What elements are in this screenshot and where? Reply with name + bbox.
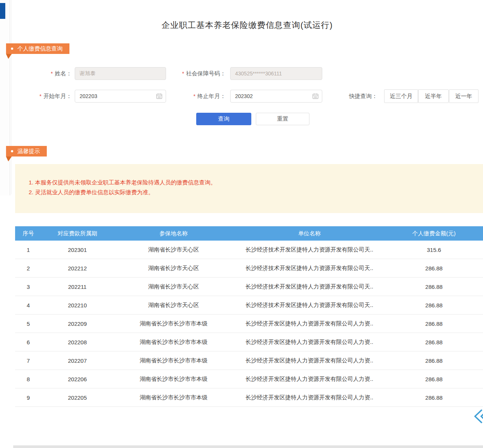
tips-notice-box: 1. 本服务仅提供尚未领取企业职工基本养老保险待遇人员的缴费信息查询。 2. 灵… bbox=[15, 164, 483, 213]
table-row: 4202210湖南省长沙市天心区长沙经济技术开发区捷特人力资源开发有限公司天..… bbox=[15, 296, 483, 315]
table-row: 6202208湖南省长沙市长沙市市本级长沙经济开发区捷特人力资源开发有限公司人力… bbox=[15, 333, 483, 351]
table-cell: 3 bbox=[15, 278, 42, 296]
table-cell: 湖南省长沙市长沙市市本级 bbox=[113, 370, 234, 388]
table-cell: 9 bbox=[15, 388, 42, 407]
table-header-row: 序号 对应费款所属期 参保地名称 单位名称 个人缴费金额(元) bbox=[15, 226, 483, 241]
double-chevron-left-icon[interactable] bbox=[473, 409, 483, 424]
table-cell: 286.88 bbox=[385, 315, 483, 333]
left-edge-strip bbox=[0, 0, 10, 195]
header-employer: 单位名称 bbox=[234, 226, 385, 241]
table-cell: 315.6 bbox=[385, 241, 483, 259]
table-cell: 286.88 bbox=[385, 370, 483, 388]
table-cell: 长沙经济开发区捷特人力资源开发有限公司人力资.. bbox=[234, 351, 385, 370]
ssn-label: * 社会保障号码： bbox=[166, 67, 226, 80]
table-cell: 湖南省长沙市天心区 bbox=[113, 259, 234, 278]
required-marker: * bbox=[51, 71, 53, 77]
quick-query-label: 快捷查询： bbox=[349, 90, 381, 103]
calendar-icon[interactable] bbox=[156, 93, 163, 100]
table-cell: 长沙经济技术开发区捷特人力资源开发有限公司天.. bbox=[234, 278, 385, 296]
table-cell: 长沙经济技术开发区捷特人力资源开发有限公司天.. bbox=[234, 259, 385, 278]
tips-line: 2. 灵活就业人员的缴费单位信息以实际缴费为准。 bbox=[29, 187, 475, 197]
table-row: 9202205湖南省长沙市长沙市市本级长沙经济开发区捷特人力资源开发有限公司人力… bbox=[15, 388, 483, 407]
table-cell: 长沙经济技术开发区捷特人力资源开发有限公司天.. bbox=[234, 296, 385, 315]
table-cell: 286.88 bbox=[385, 259, 483, 278]
table-cell: 286.88 bbox=[385, 351, 483, 370]
query-button[interactable]: 查询 bbox=[196, 113, 251, 125]
quick-btn-last-3-months[interactable]: 近三个月 bbox=[384, 89, 418, 103]
table-cell: 湖南省长沙市天心区 bbox=[113, 278, 234, 296]
collapsed-nav-block bbox=[0, 3, 5, 19]
bullet-dot-icon bbox=[11, 48, 13, 50]
table-cell: 202210 bbox=[42, 296, 113, 315]
name-field[interactable] bbox=[75, 67, 166, 80]
section-tag-personal-query: 个人缴费信息查询 bbox=[6, 43, 69, 54]
table-cell: 湖南省长沙市长沙市市本级 bbox=[113, 315, 234, 333]
section-tag-label: 个人缴费信息查询 bbox=[17, 45, 63, 52]
table-cell: 202212 bbox=[42, 259, 113, 278]
required-marker: * bbox=[40, 93, 42, 99]
table-cell: 湖南省长沙市天心区 bbox=[113, 241, 234, 259]
table-cell: 202209 bbox=[42, 315, 113, 333]
header-amount: 个人缴费金额(元) bbox=[385, 226, 483, 241]
table-cell: 202206 bbox=[42, 370, 113, 388]
table-cell: 湖南省长沙市长沙市市本级 bbox=[113, 333, 234, 351]
header-period: 对应费款所属期 bbox=[42, 226, 113, 241]
table-row: 1202301湖南省长沙市天心区长沙经济技术开发区捷特人力资源开发有限公司天..… bbox=[15, 241, 483, 259]
table-cell: 286.88 bbox=[385, 278, 483, 296]
required-marker: * bbox=[194, 93, 195, 99]
table-cell: 湖南省长沙市长沙市市本级 bbox=[113, 351, 234, 370]
table-cell: 5 bbox=[15, 315, 42, 333]
table-cell: 长沙经济技术开发区捷特人力资源开发有限公司天.. bbox=[234, 241, 385, 259]
start-month-field[interactable] bbox=[75, 90, 166, 103]
table-cell: 202211 bbox=[42, 278, 113, 296]
table-cell: 1 bbox=[15, 241, 42, 259]
table-cell: 286.88 bbox=[385, 333, 483, 351]
table-cell: 202207 bbox=[42, 351, 113, 370]
pension-query-page: { "app": { "title": "企业职工基本养老保险缴费信息查询(试运… bbox=[0, 0, 483, 448]
start-month-label: * 开始年月： bbox=[23, 90, 72, 103]
table-cell: 286.88 bbox=[385, 296, 483, 315]
table-cell: 286.88 bbox=[385, 388, 483, 407]
table-cell: 湖南省长沙市天心区 bbox=[113, 296, 234, 315]
table-cell: 长沙经济开发区捷特人力资源开发有限公司人力资.. bbox=[234, 315, 385, 333]
required-marker: * bbox=[182, 71, 184, 77]
table-cell: 202205 bbox=[42, 388, 113, 407]
reset-button[interactable]: 重置 bbox=[256, 113, 309, 125]
table-row: 8202206湖南省长沙市长沙市市本级长沙经济开发区捷特人力资源开发有限公司人力… bbox=[15, 370, 483, 388]
bullet-dot-icon bbox=[11, 150, 13, 152]
ssn-field[interactable] bbox=[230, 67, 322, 80]
table-cell: 长沙经济开发区捷特人力资源开发有限公司人力资.. bbox=[234, 388, 385, 407]
quick-btn-last-year[interactable]: 近一年 bbox=[449, 89, 478, 103]
end-month-field[interactable] bbox=[230, 90, 322, 103]
table-row: 5202209湖南省长沙市长沙市市本级长沙经济开发区捷特人力资源开发有限公司人力… bbox=[15, 315, 483, 333]
table-cell: 4 bbox=[15, 296, 42, 315]
header-seq: 序号 bbox=[15, 226, 42, 241]
table-cell: 202208 bbox=[42, 333, 113, 351]
table-cell: 7 bbox=[15, 351, 42, 370]
page-title: 企业职工基本养老保险缴费信息查询(试运行) bbox=[11, 20, 483, 31]
table-body: 1202301湖南省长沙市天心区长沙经济技术开发区捷特人力资源开发有限公司天..… bbox=[15, 241, 483, 407]
table-cell: 2 bbox=[15, 259, 42, 278]
table-row: 7202207湖南省长沙市长沙市市本级长沙经济开发区捷特人力资源开发有限公司人力… bbox=[15, 351, 483, 370]
table-cell: 8 bbox=[15, 370, 42, 388]
table-cell: 202301 bbox=[42, 241, 113, 259]
table-cell: 湖南省长沙市长沙市市本级 bbox=[113, 388, 234, 407]
payment-records-table: 序号 对应费款所属期 参保地名称 单位名称 个人缴费金额(元) 1202301湖… bbox=[15, 226, 483, 407]
section-tag-tips: 温馨提示 bbox=[6, 146, 47, 156]
section-tag-label: 温馨提示 bbox=[17, 148, 40, 155]
tips-line: 1. 本服务仅提供尚未领取企业职工基本养老保险待遇人员的缴费信息查询。 bbox=[29, 178, 475, 187]
end-month-label: * 终止年月： bbox=[166, 90, 226, 103]
header-insured-place: 参保地名称 bbox=[113, 226, 234, 241]
table-cell: 长沙经济开发区捷特人力资源开发有限公司人力资.. bbox=[234, 333, 385, 351]
table-row: 2202212湖南省长沙市天心区长沙经济技术开发区捷特人力资源开发有限公司天..… bbox=[15, 259, 483, 278]
name-label: * 姓名： bbox=[23, 67, 72, 80]
bottom-scroll-track[interactable] bbox=[13, 445, 483, 448]
table-cell: 6 bbox=[15, 333, 42, 351]
table-row: 3202211湖南省长沙市天心区长沙经济技术开发区捷特人力资源开发有限公司天..… bbox=[15, 278, 483, 296]
quick-btn-last-half-year[interactable]: 近半年 bbox=[418, 89, 449, 103]
calendar-icon[interactable] bbox=[312, 93, 319, 100]
table-cell: 长沙经济开发区捷特人力资源开发有限公司人力资.. bbox=[234, 370, 385, 388]
